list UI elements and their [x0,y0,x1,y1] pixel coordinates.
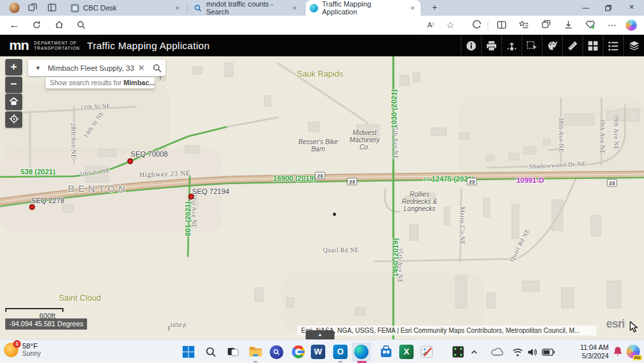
terminal-app-icon[interactable] [449,343,467,361]
microsoft-store-icon[interactable] [377,343,395,361]
traffic-count-label: 16900 (2019) [273,174,315,182]
share-button[interactable] [501,35,522,56]
print-button[interactable] [481,35,501,56]
tab-close-icon[interactable]: × [173,4,182,12]
copilot-tray-icon[interactable]: PRE [626,345,640,358]
arcgis-favicon [310,4,318,12]
settings-more-icon[interactable]: ⋯ [605,18,618,31]
traffic-count-label: 1450 (2019) [391,238,399,277]
favorites-bar-icon[interactable] [517,18,530,31]
traffic-station-marker[interactable] [29,204,35,210]
attribution-expander[interactable]: ▲ [306,330,334,339]
tab-cbc-desk[interactable]: CBC Desk × [67,0,186,16]
vertical-tabs-icon[interactable] [47,3,58,13]
excel-icon[interactable]: X [397,343,416,361]
street-label: 35th Ave NE [392,124,399,159]
taskbar: 1 58°F Sunny [0,339,644,363]
tab-close-icon[interactable]: × [408,4,417,12]
tray-chevron-icon[interactable] [470,343,478,361]
map-search-box[interactable]: ▼ Mimbach Fleet Supply, 3355 ✕ [28,60,166,76]
profile-avatar[interactable] [9,3,20,13]
street-label: Quail Rd NE [323,247,359,254]
draw-button[interactable] [542,35,562,56]
measure-button[interactable] [562,35,582,56]
search-app-icon[interactable] [267,343,285,361]
info-button[interactable] [461,35,481,56]
battery-icon[interactable] [542,343,555,361]
favorite-star-icon[interactable]: ☆ [444,18,457,31]
basemap-gallery-button[interactable] [582,35,603,56]
traffic-station-label: SEQ 2278 [31,197,65,204]
google-icon[interactable] [289,343,308,361]
word-icon[interactable]: W [309,343,327,361]
zoom-in-button[interactable]: + [5,59,22,75]
clock-date: 5/3/2024 [580,352,609,360]
window-minimize-button[interactable]: — [575,0,597,16]
city-label: Saint Cloud [59,294,101,303]
browser-essentials-icon[interactable] [584,18,597,31]
start-button[interactable] [179,343,198,361]
traffic-count-label: 10 [423,176,429,182]
new-tab-button[interactable]: + [429,2,440,14]
street-label: 39th Ave NE [599,119,605,154]
notification-bell-icon[interactable] [613,346,623,360]
open-app-indicator [253,361,257,362]
weather-widget[interactable]: 1 58°F Sunny [4,342,41,357]
refresh-icon[interactable] [30,18,43,31]
taskbar-clock[interactable]: 11:04 AM 5/3/2024 [580,343,609,360]
extension-icon[interactable] [470,18,483,31]
wifi-icon[interactable] [512,343,523,361]
legend-button[interactable] [603,35,623,56]
taskbar-search-icon[interactable] [202,343,220,361]
street-label: 28th Ave NE [70,123,77,159]
window-close-button[interactable]: × [620,0,643,16]
onedrive-icon[interactable] [491,343,504,361]
tab-traffic-mapping[interactable]: Traffic Mapping Application × [306,0,421,16]
open-app-indicator [338,361,342,362]
my-location-button[interactable] [5,111,22,128]
browser-toolbar: ← https://mndot.maps.arcgis.com/apps/web… [0,16,644,35]
photo-editor-icon[interactable] [418,343,436,361]
split-screen-icon[interactable] [495,18,508,31]
city-label: Sauk Rapids [297,69,344,79]
layer-list-button[interactable] [623,35,644,56]
app-header: mn DEPARTMENT OF TRANSPORTATION Traffic … [0,35,644,56]
task-view-icon[interactable] [224,343,242,361]
read-aloud-icon[interactable]: A⁾ [424,18,437,31]
search-icon[interactable] [75,18,88,31]
weather-condition: Sunny [22,350,41,357]
outlook-icon[interactable]: O [331,343,349,361]
search-source-dropdown[interactable]: ▼ [28,65,48,71]
file-explorer-icon[interactable] [246,343,264,361]
agency-name: DEPARTMENT OF TRANSPORTATION [34,41,80,51]
clear-search-icon[interactable]: ✕ [134,63,149,73]
traffic-station-label: SEQ 70008 [131,150,168,158]
home-icon[interactable] [52,18,65,31]
search-submit-icon[interactable] [149,64,166,73]
back-icon[interactable]: ← [8,18,21,31]
downloads-icon[interactable] [562,18,575,31]
tab-search[interactable]: mndot traffic counts - Search × [190,0,302,16]
tab-close-icon[interactable]: × [291,4,298,12]
collections-icon[interactable] [539,18,552,31]
search-input[interactable]: Mimbach Fleet Supply, 3355 [48,64,134,72]
county-label: BENTON [67,183,128,194]
search-suggestion[interactable]: Show search results for Mimbac... [46,77,154,88]
coordinates-readout: -94.094 45.581 Degrees [5,318,87,330]
copilot-icon[interactable] [626,20,637,31]
traffic-station-marker[interactable] [128,159,134,164]
elevation-tick [169,326,170,331]
home-extent-button[interactable] [5,94,22,110]
highway-23-shield: 23 [607,180,617,187]
tab-stacks-icon[interactable] [27,3,38,13]
mndot-logo: mn [9,37,29,53]
tab-title: CBC Desk [83,4,116,12]
select-button[interactable] [522,35,542,56]
volume-icon[interactable] [527,343,538,361]
edge-icon[interactable] [352,343,370,361]
highway-23-shield: 23 [315,172,325,180]
map-canvas[interactable]: Sauk RapidsSaint CloudBENTON11th St NE28… [0,56,644,339]
toolbar-separator [488,21,488,29]
window-restore-button[interactable] [597,0,619,16]
zoom-out-button[interactable]: − [5,77,22,93]
